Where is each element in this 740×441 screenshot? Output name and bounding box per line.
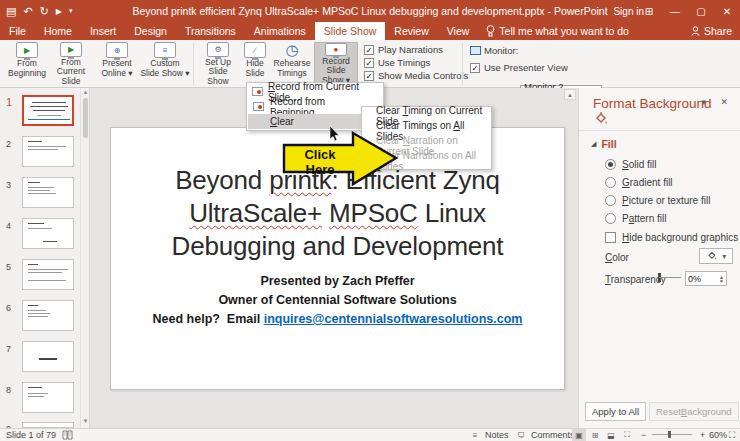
close-button[interactable]: ✕ (714, 6, 740, 17)
fill-section-header[interactable]: ◢ Fill (591, 138, 617, 150)
tab-view[interactable]: View (438, 22, 479, 40)
record-icon (253, 102, 264, 111)
transparency-value-field[interactable]: 0% ▲▼ (685, 271, 727, 286)
slide-subtitle-presenter: Presented by Zach Pfeffer (111, 272, 564, 291)
set-up-slide-show-button[interactable]: ⚙ Set Up Slide Show (197, 42, 239, 86)
canvas-scroll-up-icon[interactable]: ▲ (564, 89, 576, 100)
thumb-number: 6 (6, 303, 11, 313)
present-online-globe-icon: ⊕ (106, 42, 128, 58)
notes-button[interactable]: ≡ Notes (468, 429, 509, 441)
pane-close-icon[interactable]: ✕ (720, 97, 728, 107)
set-up-show-icon: ⚙ (207, 42, 229, 57)
gradient-fill-radio[interactable]: Gradient fill (605, 177, 673, 188)
callout-text: Click Here (290, 147, 350, 177)
ribbon-display-options-icon[interactable]: ⊞ (636, 6, 662, 17)
fill-bucket-icon[interactable] (593, 112, 608, 128)
rehearse-timings-button[interactable]: ◷ Rehearse Timings (272, 42, 312, 86)
checkbox-unchecked-icon (605, 232, 616, 243)
slide-thumbnail-2[interactable] (22, 136, 74, 167)
share-button[interactable]: Share (691, 22, 732, 40)
reading-view-button[interactable]: ⬓ (604, 429, 618, 441)
tab-design[interactable]: Design (125, 22, 176, 40)
thumb-number: 5 (6, 262, 11, 272)
hide-slide-button[interactable]: ∕ Hide Slide (240, 42, 270, 86)
tab-review[interactable]: Review (385, 22, 437, 40)
hide-slide-icon: ∕ (244, 42, 266, 58)
tab-slide-show[interactable]: Slide Show (315, 22, 386, 40)
slide-thumbnail-1[interactable] (22, 95, 74, 126)
thumbnail-scrollbar[interactable]: ▲ ▼ (80, 88, 89, 428)
normal-view-button[interactable]: ▣ (572, 429, 586, 441)
show-media-controls-checkbox[interactable]: ✓ Show Media Controls (364, 70, 468, 81)
tab-home[interactable]: Home (35, 22, 81, 40)
zoom-level[interactable]: 60% (709, 429, 727, 441)
picture-texture-fill-radio[interactable]: Picture or texture fill (605, 195, 710, 206)
pane-title: Format Background (593, 96, 712, 111)
slide-thumbnail-5[interactable] (22, 259, 74, 290)
play-from-current-icon: ▶ (60, 42, 82, 57)
custom-show-list-icon: ≡ (154, 42, 176, 58)
email-link[interactable]: inquires@centennialsoftwaresolutions.com (264, 312, 523, 326)
slide-thumbnail-4[interactable] (22, 218, 74, 249)
use-presenter-view-checkbox[interactable]: ✓ Use Presenter View (470, 62, 568, 73)
use-timings-checkbox[interactable]: ✓ Use Timings (364, 57, 430, 68)
present-online-button[interactable]: ⊕ Present Online ▾ (96, 42, 138, 86)
slide-thumbnail-7[interactable] (22, 341, 74, 372)
pane-options-icon[interactable]: ▾ (701, 97, 706, 107)
slide-thumbnail-6[interactable] (22, 300, 74, 331)
tell-me-box[interactable]: Tell me what you want to do (478, 22, 637, 40)
from-beginning-button[interactable]: ▶ From Beginning (6, 42, 48, 86)
format-background-pane: Format Background ▾ ✕ ◢ Fill Solid fill … (578, 88, 740, 428)
custom-slide-show-button[interactable]: ≡ Custom Slide Show ▾ (140, 42, 190, 86)
ribbon-tab-bar: File Home Insert Design Transitions Anim… (0, 22, 740, 40)
checkbox-checked-icon: ✓ (470, 63, 480, 73)
checkbox-checked-icon: ✓ (364, 71, 374, 81)
comments-button[interactable]: 🗨 Comments (514, 429, 575, 441)
slide-indicator[interactable]: Slide 1 of 79 (6, 429, 56, 441)
zoom-in-button[interactable]: + (700, 429, 705, 441)
tab-animations[interactable]: Animations (245, 22, 315, 40)
pattern-fill-radio[interactable]: Pattern fill (605, 213, 666, 224)
chevron-down-icon: ▾ (722, 252, 726, 261)
record-slide-show-icon: ● (325, 43, 347, 56)
slide-show-view-button[interactable]: ⛶ (620, 429, 634, 441)
record-icon (252, 87, 263, 96)
radio-icon (605, 213, 616, 224)
person-icon (691, 26, 700, 36)
color-label: Color (605, 252, 629, 263)
zoom-slider-track[interactable] (652, 434, 692, 435)
from-current-slide-button[interactable]: ▶ From Current Slide (48, 42, 94, 86)
hide-background-graphics-checkbox[interactable]: Hide background graphics (605, 232, 738, 243)
spell-check-icon[interactable] (62, 429, 73, 441)
reset-background-button[interactable]: Reset Background (649, 402, 739, 421)
zoom-out-button[interactable]: − (641, 429, 646, 441)
solid-fill-radio[interactable]: Solid fill (605, 159, 656, 170)
monitor-icon (470, 46, 481, 55)
color-dropdown-button[interactable]: ▾ (699, 248, 733, 264)
collapse-triangle-icon: ◢ (591, 140, 596, 148)
slide-thumbnail-8[interactable] (22, 382, 74, 413)
spinner-icons[interactable]: ▲▼ (719, 275, 724, 283)
maximize-button[interactable]: ▢ (688, 6, 714, 17)
thumb-number: 3 (6, 180, 11, 190)
slide-thumbnail-3[interactable] (22, 177, 74, 208)
fit-to-window-icon[interactable]: ⛶ (729, 429, 735, 441)
play-narrations-checkbox[interactable]: ✓ Play Narrations (364, 44, 443, 55)
slide-sorter-view-button[interactable]: ⊞ (588, 429, 602, 441)
apply-to-all-button[interactable]: Apply to All (585, 402, 646, 421)
tab-transitions[interactable]: Transitions (176, 22, 245, 40)
slide-thumbnail-panel: 1 2 3 4 5 (0, 88, 90, 428)
scroll-down-icon[interactable]: ▼ (82, 418, 89, 424)
thumb-number: 8 (6, 385, 11, 395)
tab-file[interactable]: File (0, 22, 35, 40)
scroll-up-icon[interactable]: ▲ (82, 89, 89, 95)
slide-subtitle-owner: Owner of Centennial Software Solutions (111, 291, 564, 310)
transparency-slider-track[interactable] (659, 277, 681, 278)
record-slide-show-button[interactable]: ● Record Slide Show ▾ (314, 42, 358, 86)
radio-selected-icon (605, 159, 616, 170)
lightbulb-icon (486, 25, 495, 37)
tab-insert[interactable]: Insert (81, 22, 125, 40)
comment-icon: 🗨 (514, 429, 528, 441)
minimize-button[interactable]: — (662, 6, 688, 17)
zoom-slider-thumb[interactable] (668, 431, 671, 438)
